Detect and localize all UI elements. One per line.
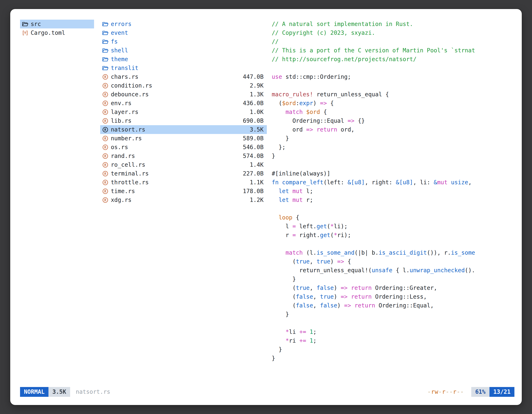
file-size: 690.0B [239, 116, 264, 125]
file-name: debounce.rs [111, 90, 149, 99]
file-size: 1.4K [246, 160, 264, 169]
dir-name: theme [111, 55, 128, 64]
status-bar: NORMAL 3.5K natsort.rs -rw-r--r-- 61% 13… [20, 387, 514, 397]
folder-open-icon [102, 21, 108, 27]
file-name: condition.rs [111, 81, 152, 90]
file-name: terminal.rs [111, 169, 149, 178]
status-filename: natsort.rs [76, 387, 110, 396]
file-row[interactable]: rand.rs 574.0B [100, 152, 267, 160]
dir-row[interactable]: errors [100, 20, 267, 29]
rust-file-icon [102, 83, 108, 89]
file-row[interactable]: throttle.rs 1.1K [100, 178, 267, 187]
folder-open-icon [102, 56, 108, 62]
dir-name: errors [111, 20, 132, 29]
current-pane[interactable]: errors event fs shell theme translit [100, 20, 267, 385]
file-row[interactable]: layer.rs 1.0K [100, 108, 267, 116]
rust-file-icon [102, 135, 108, 142]
parent-dir-row-src[interactable]: src [20, 20, 94, 29]
file-manager-window: src Cargo.toml errors event fs she [10, 9, 522, 405]
file-size: 227.0B [239, 169, 264, 178]
file-row[interactable]: time.rs 178.0B [100, 187, 267, 195]
code-preview: // A natural sort implementation in Rust… [272, 20, 514, 363]
preview-pane[interactable]: // A natural sort implementation in Rust… [272, 20, 514, 385]
file-size: 1.3K [246, 90, 264, 99]
file-name: Cargo.toml [31, 29, 65, 37]
file-row[interactable]: os.rs 546.0B [100, 143, 267, 152]
dir-row[interactable]: fs [100, 37, 267, 46]
file-name: time.rs [111, 187, 135, 195]
folder-open-icon [102, 48, 108, 54]
rust-file-icon [102, 127, 108, 133]
toml-icon [22, 30, 28, 36]
rust-file-icon [102, 91, 108, 97]
dir-row[interactable]: shell [100, 46, 267, 55]
file-name: layer.rs [111, 108, 138, 116]
file-name: rand.rs [111, 152, 135, 160]
file-size: 546.0B [239, 143, 264, 152]
file-size: 589.0B [239, 134, 264, 143]
file-size: 1.1K [246, 178, 264, 187]
dir-name: shell [111, 46, 128, 55]
file-size: 1.2K [246, 195, 264, 204]
file-name: natsort.rs [111, 125, 145, 134]
rust-file-icon [102, 153, 108, 159]
rust-file-icon [102, 109, 108, 115]
file-row[interactable]: debounce.rs 1.3K [100, 90, 267, 99]
file-row[interactable]: chars.rs 447.0B [100, 72, 267, 81]
dir-name: translit [111, 64, 138, 72]
rust-file-icon [102, 74, 108, 80]
dir-name: src [31, 20, 41, 29]
file-row[interactable]: terminal.rs 227.0B [100, 169, 267, 178]
file-size: 178.0B [239, 187, 264, 195]
file-size: 574.0B [239, 152, 264, 160]
dir-name: fs [111, 37, 118, 46]
file-name: xdg.rs [111, 195, 132, 204]
dir-row[interactable]: translit [100, 64, 267, 72]
file-size: 447.0B [239, 72, 264, 81]
file-row[interactable]: number.rs 589.0B [100, 134, 267, 143]
folder-open-icon [102, 30, 108, 36]
dir-name: event [111, 29, 128, 37]
file-size: 3.5K [246, 125, 264, 134]
scroll-percent-badge: 61% [471, 387, 489, 397]
selected-size-badge: 3.5K [48, 387, 70, 397]
rust-file-icon [102, 144, 108, 150]
file-name: env.rs [111, 99, 132, 108]
file-name: lib.rs [111, 116, 132, 125]
file-row[interactable]: lib.rs 690.0B [100, 116, 267, 125]
rust-file-icon [102, 171, 108, 177]
status-right-group: -rw-r--r-- 61% 13/21 [428, 387, 514, 397]
folder-open-icon [22, 21, 28, 27]
file-name: os.rs [111, 143, 128, 152]
folder-open-icon [102, 65, 108, 71]
file-size: 436.0B [239, 99, 264, 108]
parent-pane[interactable]: src Cargo.toml [20, 20, 94, 385]
rust-file-icon [102, 179, 108, 185]
dir-row[interactable]: theme [100, 55, 267, 64]
rust-file-icon [102, 162, 108, 168]
folder-open-icon [102, 39, 108, 45]
file-name: number.rs [111, 134, 142, 143]
file-row[interactable]: condition.rs 2.9K [100, 81, 267, 90]
rust-file-icon [102, 100, 108, 106]
file-row[interactable]: xdg.rs 1.2K [100, 195, 267, 204]
file-name: ro_cell.rs [111, 160, 145, 169]
cursor-position-badge: 13/21 [489, 387, 514, 397]
rust-file-icon [102, 188, 108, 194]
mode-badge: NORMAL [20, 387, 48, 397]
panes-container: src Cargo.toml errors event fs she [20, 20, 514, 385]
file-name: throttle.rs [111, 178, 149, 187]
parent-file-row-cargo-toml[interactable]: Cargo.toml [20, 29, 94, 37]
dir-row[interactable]: event [100, 29, 267, 37]
permissions-text: -rw-r--r-- [428, 387, 464, 396]
rust-file-icon [102, 118, 108, 124]
file-row[interactable]: ro_cell.rs 1.4K [100, 160, 267, 169]
file-size: 1.0K [246, 108, 264, 116]
file-name: chars.rs [111, 72, 138, 81]
file-row[interactable]: env.rs 436.0B [100, 99, 267, 108]
rust-file-icon [102, 197, 108, 203]
file-size: 2.9K [246, 81, 264, 90]
file-row-selected[interactable]: natsort.rs 3.5K [100, 125, 267, 134]
